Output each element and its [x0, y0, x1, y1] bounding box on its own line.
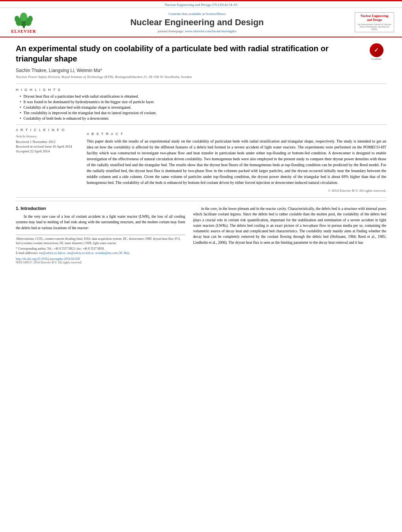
authors-line: Sachin Thakre, Liangxing Li, Weimin Ma*	[16, 68, 386, 73]
journal-logo-subtitle: An International Journal of Nuclear Powe…	[357, 23, 392, 30]
email-address: ma@safety.sci.kth.se, ma@safety.sci.kth.…	[39, 251, 130, 255]
journal-logo-box: Nuclear Engineeringand Design An Interna…	[355, 12, 394, 32]
corresponding-star: *	[100, 68, 102, 73]
crossmark-icon: ✓	[370, 43, 383, 57]
info-abstract-section: A R T I C L E I N F O Article history: R…	[16, 128, 386, 193]
highlight-item-1: Dryout heat flux of a particulate bed wi…	[20, 94, 386, 98]
svg-point-4	[20, 13, 27, 21]
intro-para-1: In the very rare case of a loss of coola…	[16, 214, 185, 231]
body-two-col: 1. Introduction In the very rare case of…	[16, 201, 386, 264]
crossmark-box: ✓ CrossMark	[367, 43, 386, 60]
doi-line: http://dx.doi.org/10.1016/j.nucengdes.20…	[16, 257, 185, 261]
abstract-label: A B S T R A C T	[87, 132, 386, 136]
article-history-label: Article history:	[16, 134, 79, 138]
homepage-link[interactable]: www.elsevier.com/locate/nucengdes	[185, 29, 236, 33]
journal-citation-text: Nuclear Engineering and Design 276 (2014…	[165, 3, 237, 7]
corresponding-footnote: * Corresponding author. Tel.: +46 8 5537…	[16, 247, 185, 251]
elsevier-brand-label: ELSEVIER	[11, 29, 36, 33]
highlight-item-2: It was found to be dominated by hydrodyn…	[20, 100, 386, 104]
revised-date: Received in revised form 16 April 2014	[16, 145, 79, 148]
email-footnote: E-mail addresses: ma@safety.sci.kth.se, …	[16, 251, 185, 255]
doi-link[interactable]: http://dx.doi.org/10.1016/j.nucengdes.20…	[16, 257, 80, 261]
page: Nuclear Engineering and Design 276 (2014…	[0, 0, 402, 532]
body-right-col: in the core, in the lower plenum and in …	[193, 206, 386, 264]
authors-names: Sachin Thakre, Liangxing Li, Weimin Ma	[16, 68, 100, 73]
highlight-item-5: Coolability of both beds is enhanced by …	[20, 116, 386, 120]
article-info-label: A R T I C L E I N F O	[16, 128, 79, 132]
article-title: An experimental study on coolability of …	[16, 43, 361, 64]
journal-header-center: Contents lists available at ScienceDirec…	[39, 12, 355, 33]
elsevier-logo: ELSEVIER	[8, 11, 39, 33]
divider-1	[16, 83, 386, 84]
divider-2	[16, 124, 386, 125]
svg-point-5	[15, 16, 19, 22]
article-info-col: A R T I C L E I N F O Article history: R…	[16, 128, 79, 193]
copyright-line: © 2014 Elsevier B.V. All rights reserved…	[87, 189, 386, 193]
article-title-section: An experimental study on coolability of …	[16, 43, 386, 64]
journal-citation-bar: Nuclear Engineering and Design 276 (2014…	[0, 1, 402, 8]
received-date: Received 1 November 2012	[16, 140, 79, 144]
body-text-left: In the very rare case of a loss of coola…	[16, 214, 185, 231]
highlights-list: Dryout heat flux of a particulate bed wi…	[16, 94, 386, 120]
body-left-col: 1. Introduction In the very rare case of…	[16, 206, 185, 264]
main-content: An experimental study on coolability of …	[0, 37, 402, 270]
journal-logo-title: Nuclear Engineeringand Design	[357, 14, 392, 22]
divider-3	[16, 197, 386, 198]
license-line: 0029-5493/© 2014 Elsevier B.V. All right…	[16, 261, 185, 264]
introduction-heading: 1. Introduction	[16, 206, 185, 211]
right-para-1: in the core, in the lower plenum and in …	[193, 206, 386, 245]
abstract-text: This paper deals with the results of an …	[87, 138, 386, 185]
contents-available-line: Contents lists available at ScienceDirec…	[39, 12, 355, 16]
crossmark-label: CrossMark	[371, 58, 382, 60]
abbreviations-footnote: Abbreviations: CCFL, counter-current flo…	[16, 237, 185, 245]
affiliation-line: Nuclear Power Safety Division, Royal Ins…	[16, 75, 386, 79]
highlight-item-3: Coolability of a particulate bed with tr…	[20, 105, 386, 109]
abstract-col: A B S T R A C T This paper deals with th…	[87, 128, 386, 193]
journal-header: ELSEVIER Contents lists available at Sci…	[0, 8, 402, 37]
elsevier-tree-icon	[13, 11, 35, 29]
accepted-date: Accepted 22 April 2014	[16, 149, 79, 153]
sciencedirect-link[interactable]: ScienceDirect	[206, 12, 225, 16]
svg-point-6	[28, 16, 33, 22]
body-text-right: in the core, in the lower plenum and in …	[193, 206, 386, 245]
footnotes-section: Abbreviations: CCFL, counter-current flo…	[16, 235, 185, 264]
homepage-line: journal homepage: www.elsevier.com/locat…	[39, 29, 355, 33]
highlight-item-4: The coolability is improved in the trian…	[20, 111, 386, 115]
journal-title: Nuclear Engineering and Design	[39, 17, 355, 28]
highlights-label: H I G H L I G H T S	[16, 88, 386, 92]
